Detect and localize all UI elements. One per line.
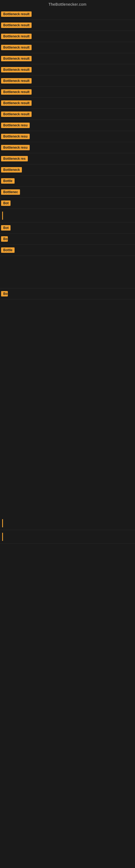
- list-item: [0, 517, 135, 530]
- list-item: Bottleneck result: [0, 109, 135, 120]
- list-item: Bottleneck result: [0, 20, 135, 31]
- list-item: [0, 530, 135, 544]
- vertical-line-indicator-3: [2, 533, 3, 541]
- bottleneck-badge-1: Bottleneck result: [1, 11, 32, 17]
- empty-section: [0, 300, 135, 354]
- bottleneck-badge-7: Bottleneck result: [1, 78, 32, 84]
- bottleneck-badge-13: Bottleneck resu: [1, 145, 30, 150]
- list-item: [0, 209, 135, 222]
- list-item: Bot: [0, 198, 135, 209]
- bottleneck-badge-2: Bottleneck result: [1, 23, 32, 28]
- list-item: Bo: [0, 288, 135, 300]
- list-item: Bottleneck: [0, 164, 135, 176]
- vertical-line-indicator: [2, 212, 3, 220]
- list-item: Bottleneck result: [0, 9, 135, 20]
- bottleneck-badge-18: Bot: [1, 200, 10, 206]
- list-item: Bottleneck resu: [0, 120, 135, 131]
- bottleneck-badge-11: Bottleneck resu: [1, 123, 30, 128]
- site-title: TheBottlenecker.com: [0, 0, 135, 9]
- bottleneck-badge-20: Bot: [1, 225, 10, 230]
- list-item: Bottleneck result: [0, 75, 135, 87]
- bottleneck-badge-10: Bottleneck result: [1, 112, 32, 117]
- list-item: Bottleneck resu: [0, 142, 135, 153]
- list-item: Bottleneck result: [0, 98, 135, 109]
- list-item: Bottleneck resu: [0, 131, 135, 142]
- list-item: Bottle: [0, 176, 135, 187]
- list-item: Bot: [0, 222, 135, 234]
- bottleneck-badge-22: Bottle: [1, 247, 14, 253]
- bottleneck-badge-6: Bottleneck result: [1, 67, 32, 72]
- vertical-line-indicator-2: [2, 519, 3, 527]
- bottleneck-badge-16: Bottle: [1, 178, 14, 184]
- bottleneck-badge-17: Bottlenec: [1, 189, 20, 195]
- list-item: Bottle: [0, 245, 135, 256]
- list-item: Bottleneck result: [0, 53, 135, 64]
- empty-section-2: [0, 354, 135, 408]
- bottleneck-badge-12: Bottleneck resu: [1, 134, 30, 139]
- empty-section-4: [0, 462, 135, 517]
- bottleneck-badge-24: Bo: [1, 291, 8, 297]
- bottom-spacer: [0, 544, 135, 571]
- bottleneck-badge-5: Bottleneck result: [1, 56, 32, 61]
- list-item: Bottleneck res: [0, 153, 135, 164]
- list-item: Bottleneck result: [0, 64, 135, 75]
- bottleneck-badge-15: Bottleneck: [1, 167, 22, 173]
- bottleneck-badge-14: Bottleneck res: [1, 156, 28, 161]
- bottleneck-badge-4: Bottleneck result: [1, 45, 32, 50]
- list-item: Bottleneck result: [0, 31, 135, 42]
- bottleneck-badge-3: Bottleneck result: [1, 34, 32, 39]
- bottleneck-badge-21: Bo: [1, 236, 8, 242]
- bottleneck-badge-9: Bottleneck result: [1, 100, 32, 106]
- list-item: Bottlenec: [0, 187, 135, 198]
- bottleneck-badge-8: Bottleneck result: [1, 89, 32, 95]
- spacer-section: [0, 256, 135, 288]
- list-item: Bo: [0, 234, 135, 245]
- list-item: Bottleneck result: [0, 87, 135, 98]
- empty-section-3: [0, 408, 135, 462]
- list-item: Bottleneck result: [0, 42, 135, 53]
